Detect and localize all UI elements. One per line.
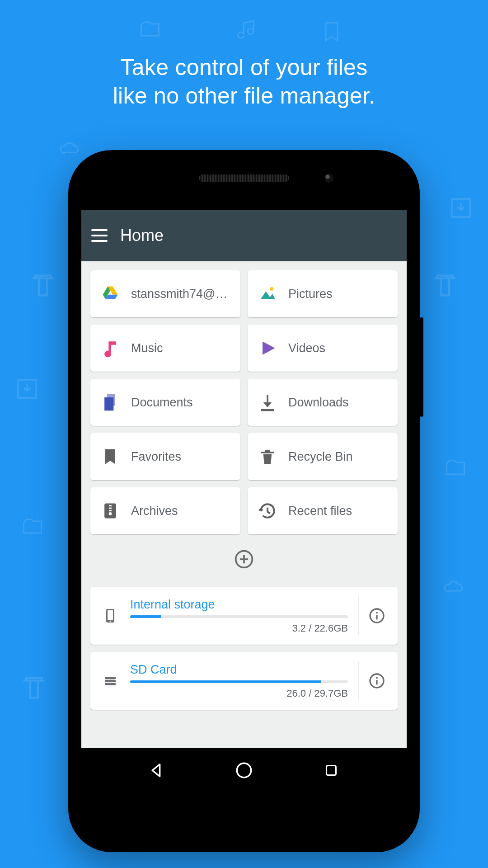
tile-documents[interactable]: Documents — [90, 379, 240, 426]
svg-rect-11 — [108, 610, 113, 620]
page-title: Home — [120, 226, 164, 245]
tile-label: stanssmith74@… — [131, 287, 227, 301]
documents-icon — [100, 392, 120, 412]
main-content: stanssmith74@… Pictures Music Videos Doc… — [81, 261, 407, 748]
svg-rect-0 — [18, 380, 36, 398]
tile-label: Videos — [288, 341, 325, 355]
divider — [358, 661, 359, 700]
svg-rect-1 — [452, 199, 470, 217]
bookmark-icon — [100, 447, 120, 467]
tile-label: Recycle Bin — [288, 450, 353, 464]
svg-rect-7 — [109, 510, 112, 511]
storage-label: Internal storage — [130, 598, 348, 612]
svg-rect-3 — [261, 409, 274, 411]
storage-info-button[interactable] — [364, 603, 389, 628]
svg-rect-15 — [105, 677, 116, 679]
tile-label: Favorites — [131, 450, 181, 464]
menu-icon[interactable] — [91, 229, 108, 242]
tile-recycle-bin[interactable]: Recycle Bin — [248, 433, 398, 480]
tile-label: Downloads — [288, 396, 349, 410]
storage-info-button[interactable] — [364, 668, 389, 693]
phone-mockup: Home stanssmith74@… Pictures Music Video… — [68, 150, 420, 852]
android-nav-bar — [81, 748, 407, 793]
storage-value: 3.2 / 22.6GB — [130, 623, 348, 634]
tile-videos[interactable]: Videos — [248, 325, 398, 372]
storage-internal[interactable]: Internal storage 3.2 / 22.6GB — [90, 587, 398, 645]
tile-recent[interactable]: Recent files — [248, 487, 398, 534]
trash-icon — [258, 447, 277, 467]
home-button[interactable] — [232, 759, 256, 782]
tile-archives[interactable]: Archives — [90, 487, 240, 534]
svg-rect-17 — [105, 683, 116, 685]
storage-value: 26.0 / 29.7GB — [130, 688, 348, 699]
svg-point-20 — [237, 763, 251, 778]
tile-label: Music — [131, 341, 163, 355]
history-icon — [258, 501, 277, 521]
svg-point-8 — [109, 512, 112, 515]
app-screen: Home stanssmith74@… Pictures Music Video… — [81, 210, 407, 793]
storage-sdcard[interactable]: SD Card 26.0 / 29.7GB — [90, 652, 398, 710]
storage-label: SD Card — [130, 663, 348, 677]
svg-rect-6 — [109, 508, 112, 509]
recents-button[interactable] — [319, 759, 343, 782]
tile-pictures[interactable]: Pictures — [248, 270, 398, 317]
svg-point-14 — [376, 612, 378, 613]
divider — [358, 596, 359, 635]
zip-icon — [100, 501, 120, 521]
google-drive-icon — [100, 284, 120, 304]
music-note-icon — [100, 338, 120, 358]
storage-progress — [130, 615, 348, 618]
image-icon — [258, 284, 277, 304]
svg-point-19 — [376, 677, 378, 679]
svg-rect-5 — [109, 505, 112, 506]
tile-favorites[interactable]: Favorites — [90, 433, 240, 480]
svg-rect-16 — [105, 680, 116, 682]
svg-point-2 — [270, 287, 273, 291]
play-icon — [258, 338, 277, 358]
marketing-headline: Take control of your fileslike no other … — [0, 53, 488, 110]
svg-point-12 — [110, 621, 111, 622]
phone-camera — [324, 174, 333, 183]
sd-icon — [99, 670, 121, 692]
svg-rect-21 — [327, 766, 336, 775]
back-button[interactable] — [145, 759, 169, 782]
add-button[interactable] — [233, 548, 255, 570]
tile-music[interactable]: Music — [90, 325, 240, 372]
tile-downloads[interactable]: Downloads — [248, 379, 398, 426]
tile-label: Archives — [131, 504, 178, 518]
tile-label: Documents — [131, 396, 193, 410]
tile-label: Recent files — [288, 504, 352, 518]
tile-drive[interactable]: stanssmith74@… — [90, 270, 240, 317]
phone-speaker — [199, 175, 289, 182]
app-bar: Home — [81, 210, 407, 261]
phone-icon — [99, 605, 121, 627]
storage-progress — [130, 680, 348, 683]
download-icon — [258, 392, 277, 412]
tile-label: Pictures — [288, 287, 333, 301]
